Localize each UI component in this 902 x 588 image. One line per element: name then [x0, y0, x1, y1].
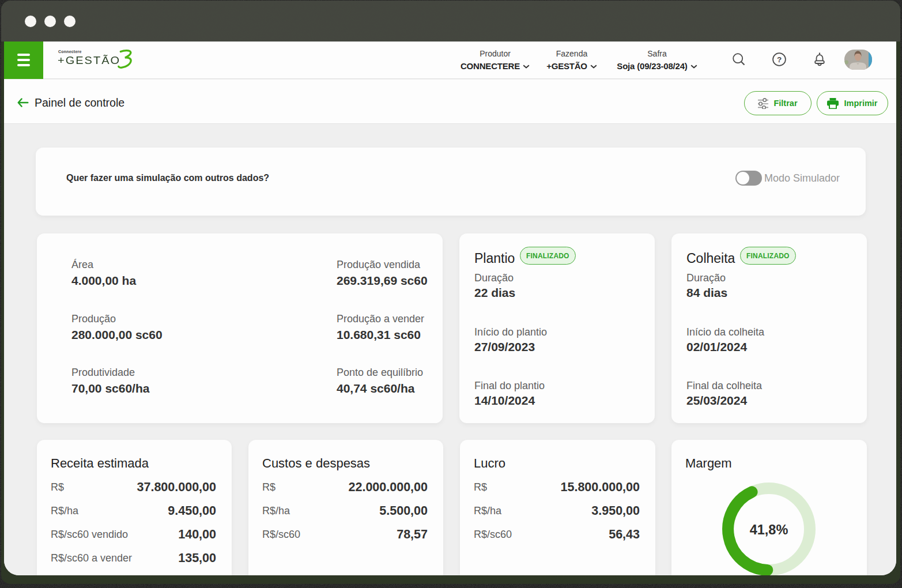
svg-text:?: ? [777, 55, 782, 64]
svg-text:41,8%: 41,8% [750, 522, 788, 537]
